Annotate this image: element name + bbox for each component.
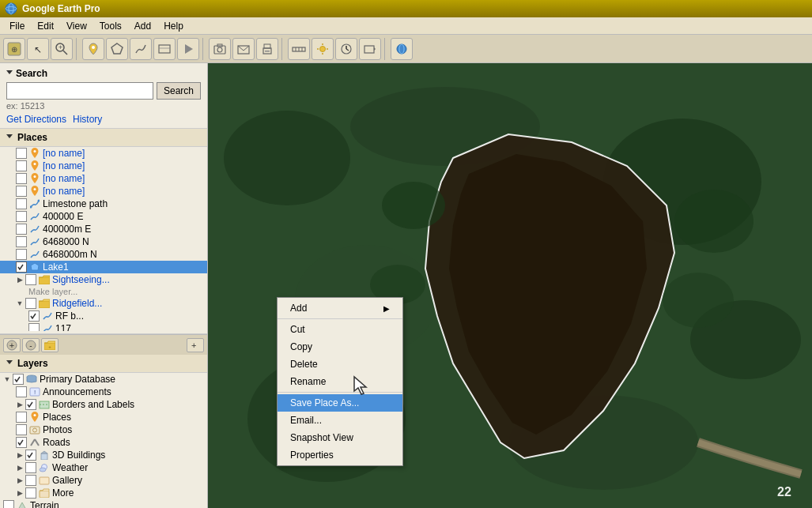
list-item[interactable]: [no name]	[0, 160, 207, 172]
item-label[interactable]: [no name]	[43, 160, 85, 171]
item-checkbox[interactable]	[16, 236, 27, 247]
item-checkbox[interactable]	[3, 500, 14, 508]
item-checkbox[interactable]	[28, 323, 40, 331]
toolbar-pointer-btn[interactable]: ↖	[27, 38, 49, 60]
item-checkbox[interactable]	[16, 249, 27, 260]
item-checkbox[interactable]	[16, 211, 27, 222]
layer-borders[interactable]: ▶ Borders and Labels	[0, 398, 207, 411]
layers-toggle[interactable]	[6, 360, 13, 367]
ctx-save-place-as[interactable]: Save Place As...	[278, 394, 402, 412]
item-checkbox[interactable]	[25, 462, 36, 473]
item-label[interactable]: Borders and Labels	[52, 399, 134, 410]
item-checkbox[interactable]	[16, 186, 27, 197]
expand-arrow[interactable]: ▶	[16, 451, 24, 459]
item-checkbox[interactable]	[16, 437, 27, 448]
ctx-add[interactable]: Add ▶	[278, 299, 402, 317]
expand-arrow[interactable]: ▼	[16, 299, 24, 307]
item-label[interactable]: RF b...	[55, 310, 84, 322]
item-checkbox[interactable]	[16, 198, 27, 209]
item-label[interactable]: Ridgefield...	[52, 298, 102, 309]
item-label[interactable]: Announcements	[43, 386, 111, 397]
item-checkbox[interactable]	[25, 450, 36, 461]
item-checkbox[interactable]	[25, 399, 36, 410]
menu-view[interactable]: View	[60, 19, 93, 33]
toolbar-earth-btn[interactable]	[391, 38, 413, 60]
item-label[interactable]: 400000 E	[43, 211, 83, 222]
toolbar-sun-btn[interactable]	[312, 38, 334, 60]
list-item[interactable]: RF b...	[0, 310, 207, 322]
toolbar-nav-btn[interactable]: ⊕	[3, 38, 25, 60]
get-directions-link[interactable]: Get Directions	[6, 114, 66, 125]
expand-arrow[interactable]: ▶	[16, 464, 24, 472]
expand-arrow[interactable]: ▶	[16, 276, 24, 284]
item-label[interactable]: Primary Database	[40, 374, 115, 385]
toolbar-email-btn[interactable]	[232, 38, 255, 60]
item-checkbox[interactable]	[16, 160, 27, 171]
expand-arrow[interactable]: ▶	[16, 489, 24, 497]
item-checkbox[interactable]	[25, 298, 36, 309]
list-item[interactable]: 117	[0, 322, 207, 331]
item-label[interactable]: 3D Buildings	[52, 450, 105, 461]
list-item[interactable]: ▼ Ridgefield...	[0, 297, 207, 310]
layer-more[interactable]: ▶ More	[0, 487, 207, 499]
menu-add[interactable]: Add	[128, 19, 157, 33]
history-link[interactable]: History	[73, 114, 102, 125]
ctx-delete[interactable]: Delete	[278, 356, 402, 373]
item-label[interactable]: [no name]	[43, 148, 85, 159]
search-button[interactable]: Search	[157, 82, 201, 100]
layer-3d-buildings[interactable]: ▶ 3D Buildings	[0, 449, 207, 461]
item-label[interactable]: Lake1	[43, 262, 69, 273]
add-item-button[interactable]: +	[3, 338, 21, 352]
item-checkbox[interactable]	[16, 424, 27, 435]
item-checkbox[interactable]	[16, 173, 27, 184]
item-checkbox[interactable]	[16, 224, 27, 235]
item-label[interactable]: [no name]	[43, 186, 85, 197]
item-label[interactable]: Photos	[43, 424, 72, 435]
item-label[interactable]: Weather	[52, 462, 88, 473]
list-item[interactable]: 6468000 N	[0, 235, 207, 248]
panel-add-button[interactable]: +	[187, 338, 204, 352]
search-toggle[interactable]	[6, 70, 13, 77]
item-label[interactable]: 6468000m N	[43, 249, 97, 260]
ctx-properties[interactable]: Properties	[278, 446, 402, 464]
item-checkbox[interactable]	[16, 148, 27, 159]
item-label[interactable]: Gallery	[52, 475, 82, 486]
places-toggle[interactable]	[6, 134, 13, 141]
layer-primary-db[interactable]: ▼ Primary Database	[0, 373, 207, 386]
search-input[interactable]	[6, 82, 153, 100]
layer-places[interactable]: Places	[0, 411, 207, 423]
layer-announcements[interactable]: ! Announcements	[0, 386, 207, 398]
menu-help[interactable]: Help	[157, 19, 190, 33]
remove-item-button[interactable]: -	[22, 338, 40, 352]
item-label[interactable]: Places	[43, 412, 71, 423]
list-item[interactable]: [no name]	[0, 185, 207, 198]
toolbar-movie-btn[interactable]	[359, 38, 381, 60]
map-area[interactable]: 22 Add ▶ Cut Copy Delete Rename Save	[208, 63, 812, 508]
layer-terrain[interactable]: Terrain	[0, 499, 207, 508]
list-item[interactable]: 6468000m N	[0, 248, 207, 261]
menu-edit[interactable]: Edit	[31, 19, 60, 33]
item-checkbox[interactable]	[13, 374, 24, 385]
new-folder-button[interactable]: +	[41, 338, 59, 352]
item-label[interactable]: More	[52, 487, 74, 499]
item-label[interactable]: 400000m E	[43, 224, 91, 235]
ctx-cut[interactable]: Cut	[278, 321, 402, 338]
ctx-snapshot-view[interactable]: Snapshot View	[278, 429, 402, 446]
layer-weather[interactable]: ▶ Weather	[0, 461, 207, 474]
item-checkbox[interactable]	[25, 475, 36, 486]
ctx-email[interactable]: Email...	[278, 412, 402, 429]
toolbar-polygon-btn[interactable]	[106, 38, 128, 60]
item-checkbox[interactable]	[16, 412, 27, 423]
expand-arrow[interactable]: ▶	[16, 476, 24, 484]
item-checkbox[interactable]	[16, 386, 27, 397]
toolbar-path-btn[interactable]	[130, 38, 152, 60]
list-item[interactable]: 400000m E	[0, 223, 207, 235]
expand-arrow[interactable]: ▼	[3, 375, 11, 383]
item-label[interactable]: Limestone path	[43, 198, 108, 209]
toolbar-tour-btn[interactable]	[177, 38, 199, 60]
item-checkbox[interactable]	[28, 310, 40, 322]
list-item[interactable]: ▶ Sightseeing...	[0, 273, 207, 286]
ctx-rename[interactable]: Rename	[278, 373, 402, 390]
lake1-item[interactable]: Lake1	[0, 261, 207, 273]
menu-file[interactable]: File	[3, 19, 31, 33]
